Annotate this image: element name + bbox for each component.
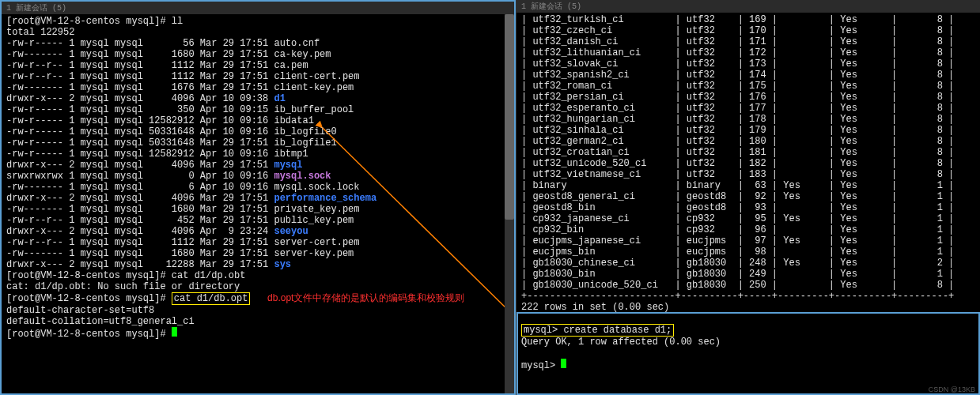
collation-row: | gb18030_chinese_ci | gb18030 | 248 | Y… <box>521 258 975 269</box>
collation-row: | gb18030_bin | gb18030 | 249 | | Yes | … <box>521 269 975 280</box>
collation-row: | cp932_japanese_ci | cp932 | 95 | Yes |… <box>521 213 975 224</box>
collation-row: | binary | binary | 63 | Yes | Yes | 1 | <box>521 180 975 191</box>
collation-row: | geostd8_bin | geostd8 | 93 | | Yes | 1… <box>521 202 975 213</box>
collation-row: | utf32_hungarian_ci | utf32 | 178 | | Y… <box>521 114 975 125</box>
collation-row: | utf32_persian_ci | utf32 | 176 | | Yes… <box>521 92 975 103</box>
collation-row: | utf32_vietnamese_ci | utf32 | 183 | | … <box>521 169 975 180</box>
right-title: 1 新建会话 (5) <box>521 1 581 12</box>
left-terminal-output[interactable]: [root@VM-12-8-centos mysql]# ll total 12… <box>2 14 514 341</box>
collation-row: | utf32_unicode_520_ci | utf32 | 182 | |… <box>521 158 975 169</box>
watermark: CSDN @13KB <box>929 386 975 393</box>
left-titlebar: 1 新建会话 (5) <box>2 2 514 14</box>
left-terminal-panel[interactable]: 1 新建会话 (5) [root@VM-12-8-centos mysql]# … <box>0 0 516 395</box>
collation-row: | utf32_roman_ci | utf32 | 175 | | Yes |… <box>521 81 975 92</box>
collation-row: | utf32_spanish2_ci | utf32 | 174 | | Ye… <box>521 70 975 81</box>
collation-row: | eucjpms_japanese_ci | eucjpms | 97 | Y… <box>521 235 975 246</box>
collation-row: | utf32_sinhala_ci | utf32 | 179 | | Yes… <box>521 125 975 136</box>
right-titlebar: 1 新建会话 (5) <box>516 0 980 13</box>
collation-row: | cp932_bin | cp932 | 96 | | Yes | 1 | <box>521 224 975 235</box>
right-terminal-output[interactable]: | utf32_turkish_ci | utf32 | 169 | | Yes… <box>516 13 980 373</box>
collation-row: | utf32_esperanto_ci | utf32 | 177 | | Y… <box>521 103 975 114</box>
left-scrollbar[interactable] <box>505 14 514 393</box>
right-terminal-panel[interactable]: 1 新建会话 (5) | utf32_turkish_ci | utf32 | … <box>516 0 980 395</box>
collation-row: | utf32_slovak_ci | utf32 | 173 | | Yes … <box>521 58 975 70</box>
collation-row: | utf32_german2_ci | utf32 | 180 | | Yes… <box>521 136 975 147</box>
collation-row: | utf32_danish_ci | utf32 | 171 | | Yes … <box>521 36 975 47</box>
left-scrollbar-thumb[interactable] <box>505 14 514 220</box>
collation-row: | eucjpms_bin | eucjpms | 98 | | Yes | 1… <box>521 246 975 258</box>
collation-row: | utf32_turkish_ci | utf32 | 169 | | Yes… <box>521 14 975 25</box>
collation-row: | utf32_lithuanian_ci | utf32 | 172 | | … <box>521 47 975 58</box>
collation-row: | utf32_croatian_ci | utf32 | 181 | | Ye… <box>521 147 975 158</box>
collation-row: | utf32_czech_ci | utf32 | 170 | | Yes |… <box>521 25 975 36</box>
left-title: 1 新建会话 (5) <box>6 2 66 13</box>
collation-row: | geostd8_general_ci | geostd8 | 92 | Ye… <box>521 191 975 202</box>
collation-row: | gb18030_unicode_520_ci | gb18030 | 250… <box>521 280 975 291</box>
